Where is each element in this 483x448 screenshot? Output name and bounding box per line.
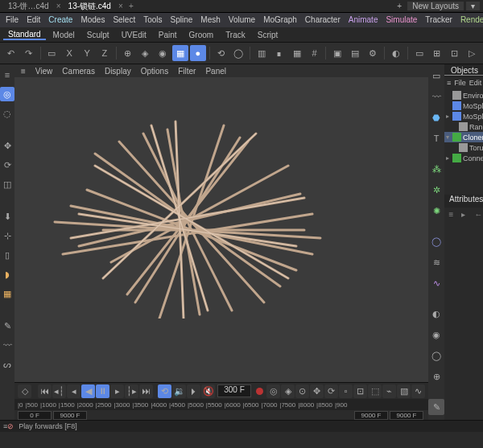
range-start-field[interactable]: 0 F bbox=[18, 411, 52, 420]
sound-icon[interactable]: 🔉 bbox=[172, 384, 186, 398]
viewport-cam-icon[interactable]: ▷ bbox=[464, 45, 480, 61]
layout-dropdown-icon[interactable]: ▾ bbox=[466, 2, 480, 10]
light-obj-icon[interactable]: ◉ bbox=[428, 327, 444, 343]
playback-icon[interactable]: ⏵ bbox=[187, 384, 200, 398]
proj-end-field[interactable]: 9000 F bbox=[354, 411, 388, 420]
shading-icon[interactable]: ● bbox=[190, 45, 206, 61]
menu-mograph[interactable]: MoGraph bbox=[259, 13, 301, 27]
vp-filter[interactable]: Filter bbox=[175, 67, 199, 76]
snap-grid-icon[interactable]: ▦ bbox=[289, 45, 305, 61]
mute-icon[interactable]: 🔇 bbox=[201, 384, 215, 398]
viewport-quad-icon[interactable]: ⊞ bbox=[428, 45, 444, 61]
menu-select[interactable]: Select bbox=[109, 13, 139, 27]
attr-mode-icon[interactable]: ▸ bbox=[459, 209, 468, 219]
undo-icon[interactable]: ↶ bbox=[3, 45, 19, 61]
history-icon[interactable]: ⟲ bbox=[213, 45, 229, 61]
next-frame-icon[interactable]: ▸ bbox=[110, 384, 124, 398]
render-settings-icon[interactable]: ⚙ bbox=[365, 45, 381, 61]
keyframe-icon[interactable]: ◈ bbox=[281, 384, 295, 398]
layout-plus-icon[interactable]: + bbox=[394, 2, 405, 10]
new-doc-icon[interactable]: + bbox=[126, 2, 137, 10]
menu-character[interactable]: Character bbox=[301, 13, 345, 27]
obj-connect[interactable]: Connect bbox=[463, 154, 483, 162]
mode-script[interactable]: Script bbox=[253, 31, 283, 39]
play-backward-icon[interactable]: ◀ bbox=[81, 384, 95, 398]
viewport-hud-icon[interactable]: ⊡ bbox=[446, 45, 462, 61]
sketch-icon[interactable]: ᔕ bbox=[0, 357, 14, 372]
menu-modes[interactable]: Modes bbox=[76, 13, 109, 27]
move-tool-icon[interactable]: ✥ bbox=[0, 138, 14, 153]
obj-cloner[interactable]: Cloner.1 bbox=[463, 134, 483, 142]
timeline-ruler[interactable]: |0|500|1000|1500|2000|2500|3000|3500|400… bbox=[14, 399, 428, 410]
generator-icon[interactable]: ⬣ bbox=[428, 109, 444, 125]
key-scale-icon[interactable]: ▫ bbox=[339, 384, 353, 398]
attr-hamburger-icon[interactable]: ≡ bbox=[447, 209, 456, 219]
objlist-file[interactable]: File bbox=[454, 79, 466, 87]
vp-panel[interactable]: Panel bbox=[202, 67, 229, 76]
menu-render[interactable]: Render bbox=[456, 13, 483, 27]
snap-icon[interactable]: ∎ bbox=[271, 45, 287, 61]
quantize-icon[interactable]: # bbox=[307, 45, 323, 61]
proj-total-field[interactable]: 9000 F bbox=[390, 411, 423, 420]
obj-random[interactable]: Random bbox=[469, 123, 483, 131]
cloner-icon[interactable]: ⁂ bbox=[428, 161, 444, 177]
place-tool-icon[interactable]: ⬇ bbox=[0, 209, 14, 224]
attr-back-icon[interactable]: ← bbox=[474, 209, 483, 219]
particle-icon[interactable]: ∿ bbox=[428, 275, 444, 291]
mode-standard[interactable]: Standard bbox=[3, 30, 46, 40]
workplane-icon[interactable]: ▥ bbox=[254, 45, 270, 61]
mode-paint[interactable]: Paint bbox=[154, 31, 182, 39]
tab-attributes[interactable]: Attributes bbox=[444, 195, 483, 208]
render-pv-icon[interactable]: ▤ bbox=[347, 45, 363, 61]
falloff-icon[interactable]: ▦ bbox=[0, 286, 14, 301]
viewport[interactable] bbox=[14, 77, 428, 382]
scale-tool-icon[interactable]: ◫ bbox=[0, 177, 14, 191]
next-key-icon[interactable]: ┆▸ bbox=[125, 384, 138, 398]
autokey-icon[interactable]: ◎ bbox=[266, 384, 280, 398]
menu-edit[interactable]: Edit bbox=[23, 13, 44, 27]
object-manager[interactable]: Environment MoSpline.1 ▸MoSpline Random … bbox=[444, 88, 483, 165]
spline-pen-icon[interactable]: 〰 bbox=[0, 338, 14, 352]
new-layouts-button[interactable]: New Layouts bbox=[407, 2, 464, 10]
axis-x-icon[interactable]: X bbox=[61, 45, 77, 61]
brush-icon[interactable]: ✎ bbox=[0, 319, 14, 333]
objlist-edit[interactable]: Edit bbox=[469, 79, 482, 87]
dynamics-icon[interactable]: ≋ bbox=[428, 254, 444, 270]
reset-icon[interactable]: ◯ bbox=[231, 45, 247, 61]
menu-tools[interactable]: Tools bbox=[139, 13, 166, 27]
spline-prim-icon[interactable]: 〰 bbox=[428, 88, 444, 105]
field-icon[interactable]: ✺ bbox=[428, 203, 444, 219]
play-forward-icon[interactable]: ⏸ bbox=[96, 384, 109, 398]
menu-simulate[interactable]: Simulate bbox=[382, 13, 421, 27]
doc-tab-0[interactable]: 13-饼…c4d bbox=[3, 1, 54, 12]
interactive-render-icon[interactable]: ▦ bbox=[172, 45, 188, 61]
mode-groom[interactable]: Groom bbox=[184, 31, 219, 39]
render-icon[interactable]: ▣ bbox=[329, 45, 345, 61]
prev-key-icon[interactable]: ◂┆ bbox=[52, 384, 66, 398]
fcurves-icon[interactable]: ∿ bbox=[411, 384, 425, 398]
current-frame-field[interactable]: 300 F bbox=[217, 384, 251, 397]
material-editor-icon[interactable]: ◐ bbox=[388, 45, 404, 61]
axis-y-icon[interactable]: Y bbox=[79, 45, 95, 61]
key-anim2-icon[interactable]: ▧ bbox=[397, 384, 411, 398]
menu-icon[interactable]: ≡ bbox=[0, 68, 14, 82]
status-warning-icon[interactable]: ⊘ bbox=[7, 422, 14, 430]
effector-icon[interactable]: ✲ bbox=[428, 182, 444, 198]
menu-mesh[interactable]: Mesh bbox=[196, 13, 224, 27]
env-obj-icon[interactable]: ⊕ bbox=[428, 368, 444, 384]
lasso-icon[interactable]: ◌ bbox=[0, 106, 14, 121]
obj-env[interactable]: Environment bbox=[463, 92, 483, 100]
volume-icon[interactable]: ◯ bbox=[428, 233, 444, 249]
menu-volume[interactable]: Volume bbox=[225, 13, 259, 27]
viewport-solo-icon[interactable]: ▭ bbox=[411, 45, 427, 61]
close-tab-0-icon[interactable]: × bbox=[54, 2, 64, 10]
objlist-hamburger-icon[interactable]: ≡ bbox=[447, 79, 451, 87]
obj-torus[interactable]: Torus bbox=[469, 144, 483, 152]
goto-start-icon[interactable]: ⏮ bbox=[38, 384, 52, 398]
menu-animate[interactable]: Animate bbox=[345, 13, 382, 27]
prev-frame-icon[interactable]: ◂ bbox=[67, 384, 80, 398]
text-tool-icon[interactable]: T bbox=[428, 130, 444, 146]
axis-tool-icon[interactable]: ⊹ bbox=[0, 228, 14, 243]
doc-tab-1[interactable]: 13-锁链.c4d bbox=[64, 1, 116, 12]
key-rot-icon[interactable]: ⟳ bbox=[324, 384, 338, 398]
